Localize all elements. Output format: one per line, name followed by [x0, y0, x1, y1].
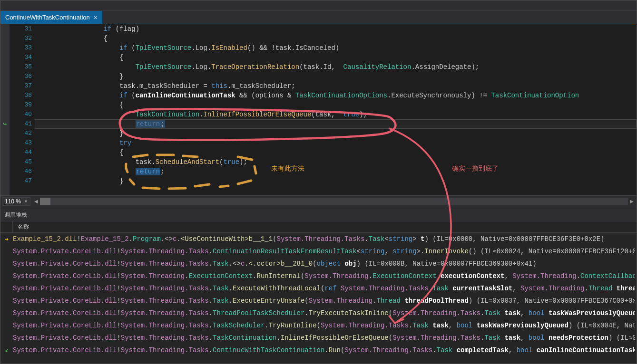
code-line[interactable]: }	[39, 129, 637, 138]
callstack-row[interactable]: System.Private.CoreLib.dll!System.Thread…	[0, 270, 637, 282]
code-line[interactable]: try	[39, 138, 637, 148]
line-number: 38	[24, 91, 32, 100]
indicator-gutter: ↪	[0, 24, 10, 195]
annotation-text: 确实一撸到底了	[452, 164, 499, 173]
close-icon[interactable]: ×	[94, 14, 98, 21]
callstack-row[interactable]: System.Private.CoreLib.dll!System.Thread…	[0, 307, 637, 319]
line-number: 36	[24, 72, 32, 81]
line-number: 33	[24, 43, 32, 53]
callstack-row[interactable]: System.Private.CoreLib.dll!System.Thread…	[0, 282, 637, 295]
frame-pointer-icon: ➔	[2, 346, 11, 354]
editor-status-bar: 110 % ▼ ◀ ▶	[0, 195, 637, 207]
tab-active[interactable]: ContinueWithTaskContinuation ×	[0, 11, 102, 24]
zoom-value: 110 %	[5, 198, 21, 205]
window-title-bar	[0, 0, 637, 11]
callstack-row[interactable]: System.Private.CoreLib.dll!System.Thread…	[0, 245, 637, 258]
callstack-row[interactable]: System.Private.CoreLib.dll!System.Thread…	[0, 295, 637, 307]
code-line[interactable]: }	[39, 176, 637, 186]
line-number: 42	[24, 129, 32, 138]
code-line[interactable]: TplEventSource.Log.TraceOperationRelatio…	[39, 62, 637, 72]
code-line[interactable]: if (TplEventSource.Log.IsEnabled() && !t…	[39, 43, 637, 53]
callstack-row[interactable]: System.Private.CoreLib.dll!System.Thread…	[0, 319, 637, 332]
line-number: 32	[24, 34, 32, 43]
line-number: 31	[24, 24, 32, 34]
code-line[interactable]: task.m_taskScheduler = this.m_taskSchedu…	[39, 81, 637, 91]
horizontal-scrollbar[interactable]: ◀ ▶	[31, 198, 637, 205]
line-number: 47	[24, 176, 32, 186]
line-number: 37	[24, 81, 32, 91]
current-frame-icon: ➔	[5, 235, 9, 243]
code-line[interactable]: {	[39, 100, 637, 110]
code-line[interactable]: {	[39, 148, 637, 157]
line-number: 41	[24, 119, 32, 129]
code-line[interactable]: if (canInlineContinuationTask && (option…	[39, 91, 637, 100]
line-number-gutter: 3132333435363738394041424344454647	[10, 24, 35, 195]
code-line[interactable]: }	[39, 72, 637, 81]
column-name-header: 名称	[13, 223, 29, 231]
line-number: 45	[24, 157, 32, 167]
code-line[interactable]: return;	[39, 119, 637, 129]
annotation-text: 未有此方法	[271, 164, 304, 173]
scroll-right-icon[interactable]: ▶	[628, 198, 636, 205]
line-number: 44	[24, 148, 32, 157]
callstack-row[interactable]: ➔System.Private.CoreLib.dll!System.Threa…	[0, 344, 637, 356]
code-line[interactable]: task.ScheduleAndStart(true);	[39, 157, 637, 167]
code-line[interactable]: if (flag)	[39, 24, 637, 34]
zoom-combo[interactable]: 110 % ▼	[2, 197, 30, 206]
scrollbar-thumb[interactable]	[40, 198, 50, 205]
callstack-row[interactable]: System.Private.CoreLib.dll!System.Thread…	[0, 258, 637, 270]
chevron-down-icon: ▼	[24, 199, 28, 204]
panel-title: 调用堆栈	[0, 209, 637, 221]
code-line[interactable]: {	[39, 34, 637, 43]
code-line[interactable]: TaskContinuation.InlineIfPossibleOrElseQ…	[39, 110, 637, 119]
tab-title: ContinueWithTaskContinuation	[5, 14, 90, 21]
line-number: 40	[24, 110, 32, 119]
line-number: 35	[24, 62, 32, 72]
call-stack-panel: 调用堆栈 名称 ➔Example_15_2.dll!Example_15_2.P…	[0, 209, 637, 364]
line-number: 34	[24, 53, 32, 62]
callstack-row[interactable]: ➔Example_15_2.dll!Example_15_2.Program.<…	[0, 233, 637, 245]
code-editor[interactable]: ↪ 3132333435363738394041424344454647 if …	[0, 24, 637, 195]
line-number: 43	[24, 138, 32, 148]
line-number: 39	[24, 100, 32, 110]
tab-bar: ContinueWithTaskContinuation ×	[0, 11, 637, 24]
callstack-row[interactable]: System.Private.CoreLib.dll!System.Thread…	[0, 332, 637, 344]
code-line[interactable]: return;	[39, 167, 637, 176]
column-header: 名称	[0, 221, 637, 233]
code-line[interactable]: {	[39, 53, 637, 62]
line-number: 46	[24, 167, 32, 176]
execution-pointer-icon: ↪	[3, 120, 7, 129]
scroll-left-icon[interactable]: ◀	[32, 198, 40, 205]
